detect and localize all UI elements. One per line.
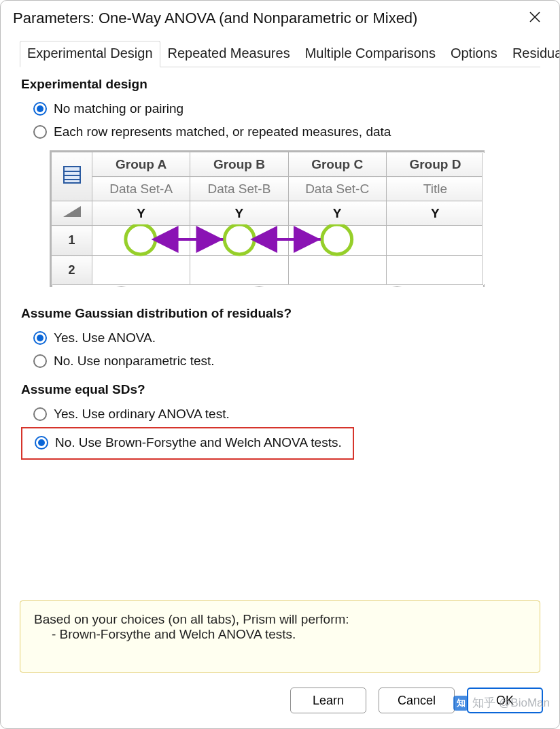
table-icon: [63, 166, 81, 184]
radio-icon: [33, 125, 47, 139]
radio-gaussian-yes[interactable]: Yes. Use ANOVA.: [33, 329, 540, 347]
summary-box: Based on your choices (on all tabs), Pri…: [20, 600, 540, 673]
highlighted-option: No. Use Brown-Forsythe and Welch ANOVA t…: [21, 427, 354, 460]
radio-icon: [33, 407, 47, 421]
dataset-header: Data Set-A: [92, 177, 190, 201]
radio-label: No. Use Brown-Forsythe and Welch ANOVA t…: [55, 435, 342, 450]
radio-label: Yes. Use ordinary ANOVA test.: [54, 407, 230, 422]
tab-residuals[interactable]: Residuals: [505, 41, 560, 67]
radio-icon: [33, 102, 47, 116]
group-header: Group C: [288, 152, 386, 177]
design-diagram: Group A Group B Group C Group D Data Set…: [50, 150, 485, 287]
radio-label: Each row represents matched, or repeated…: [54, 124, 391, 139]
data-cell: [92, 226, 190, 256]
dataset-header: Data Set-B: [190, 177, 288, 201]
cancel-button[interactable]: Cancel: [379, 688, 455, 713]
radio-label: No. Use nonparametric test.: [54, 354, 215, 369]
tab-experimental-design[interactable]: Experimental Design: [20, 41, 160, 67]
radio-icon: [33, 354, 47, 368]
data-cell: [386, 226, 484, 256]
group-header: Group A: [92, 152, 190, 177]
heading-gaussian: Assume Gaussian distribution of residual…: [21, 306, 540, 321]
radio-equalSD-yes[interactable]: Yes. Use ordinary ANOVA test.: [33, 405, 540, 423]
row-number: 2: [52, 256, 92, 286]
measure-header: Y: [288, 201, 386, 226]
radio-icon: [35, 436, 48, 450]
triangle-icon: [62, 205, 82, 218]
heading-design: Experimental design: [21, 77, 540, 92]
tab-multiple-comparisons[interactable]: Multiple Comparisons: [298, 41, 443, 67]
radio-gaussian-no[interactable]: No. Use nonparametric test.: [33, 352, 540, 370]
group-header: Group D: [386, 152, 484, 177]
radio-matched-rows[interactable]: Each row represents matched, or repeated…: [33, 123, 540, 141]
radio-icon: [33, 331, 47, 345]
measure-header: Y: [190, 201, 288, 226]
data-cell: [92, 256, 190, 286]
torn-edge-right: [482, 153, 489, 284]
learn-button[interactable]: Learn: [290, 688, 366, 713]
row-number: 1: [52, 226, 92, 256]
corner-cell: [52, 152, 92, 201]
data-cell: [288, 256, 386, 286]
tab-bar: Experimental Design Repeated Measures Mu…: [20, 41, 540, 67]
torn-edge-bottom: [52, 284, 483, 291]
dialog-window: Parameters: One-Way ANOVA (and Nonparame…: [0, 0, 560, 729]
data-cell: [190, 226, 288, 256]
ok-button[interactable]: OK: [467, 688, 543, 713]
heading-equalsd: Assume equal SDs?: [21, 382, 540, 397]
group-header: Group B: [190, 152, 288, 177]
svg-marker-2: [63, 206, 81, 217]
radio-label: No matching or pairing: [54, 101, 183, 116]
window-title: Parameters: One-Way ANOVA (and Nonparame…: [13, 10, 523, 27]
summary-item: - Brown-Forsythe and Welch ANOVA tests.: [34, 627, 526, 642]
footer: Learn Cancel OK: [1, 681, 559, 728]
radio-label: Yes. Use ANOVA.: [54, 330, 156, 345]
data-cell: [288, 226, 386, 256]
radio-equalSD-no[interactable]: No. Use Brown-Forsythe and Welch ANOVA t…: [35, 434, 351, 452]
radio-no-matching[interactable]: No matching or pairing: [33, 100, 540, 118]
measure-header: Y: [386, 201, 484, 226]
tab-options[interactable]: Options: [443, 41, 505, 67]
close-icon: [529, 12, 540, 22]
titlebar: Parameters: One-Way ANOVA (and Nonparame…: [1, 1, 559, 34]
data-cell: [190, 256, 288, 286]
close-button[interactable]: [523, 7, 547, 29]
content-area: Experimental Design Repeated Measures Mu…: [1, 34, 559, 681]
data-cell: [386, 256, 484, 286]
dataset-header: Data Set-C: [288, 177, 386, 201]
row-corner: [52, 201, 92, 226]
tab-repeated-measures[interactable]: Repeated Measures: [160, 41, 298, 67]
measure-header: Y: [92, 201, 190, 226]
dataset-header: Title: [386, 177, 484, 201]
summary-lead: Based on your choices (on all tabs), Pri…: [34, 612, 526, 627]
